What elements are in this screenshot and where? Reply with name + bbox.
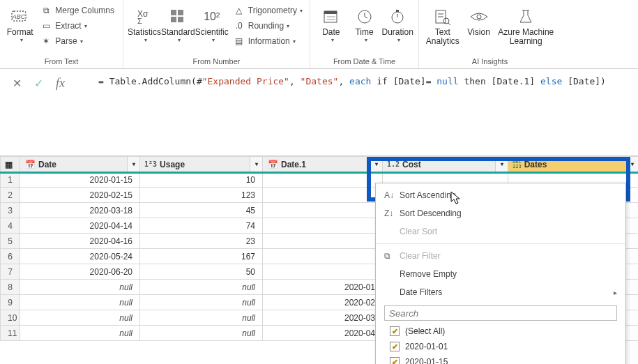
- filter-dropdown-date1[interactable]: ▾: [370, 157, 382, 172]
- group-label-from-text: From Text: [0, 56, 123, 68]
- standard-button[interactable]: Standard▾: [161, 3, 195, 43]
- cell-usage[interactable]: 50: [140, 264, 263, 280]
- column-header-dates[interactable]: ABC 123Dates▾: [508, 157, 639, 172]
- filter-search: [384, 305, 617, 321]
- scientific-button[interactable]: 10² Scientific▾: [195, 3, 229, 43]
- cell-date1[interactable]: [263, 264, 383, 280]
- group-label-from-datetime: From Date & Time: [310, 56, 418, 68]
- svg-rect-7: [178, 17, 183, 22]
- cell-date1[interactable]: 2020-02: [263, 295, 383, 310]
- filter-search-input[interactable]: [384, 305, 617, 321]
- svg-rect-6: [171, 17, 176, 22]
- cell-usage[interactable]: null: [140, 280, 263, 295]
- cell-date[interactable]: null: [20, 326, 140, 341]
- decimal-type-icon: 1.2: [387, 160, 400, 168]
- sort-descending-item[interactable]: Z↓Sort Descending: [376, 204, 625, 222]
- row-index: 1: [1, 172, 20, 188]
- date-filters-item[interactable]: Date Filters: [376, 283, 625, 301]
- sort-ascending-item[interactable]: A↓Sort Ascending: [376, 186, 625, 204]
- cell-date1[interactable]: [263, 218, 383, 234]
- cell-usage[interactable]: 74: [140, 218, 263, 234]
- cancel-formula-button[interactable]: ✕: [13, 77, 22, 90]
- date-button[interactable]: Date▾: [314, 3, 348, 43]
- vision-button[interactable]: Vision: [462, 3, 496, 37]
- filter-dropdown-cost[interactable]: ▾: [495, 157, 508, 172]
- filter-check-value[interactable]: ✔2020-01-01: [376, 339, 625, 354]
- cell-usage[interactable]: 45: [140, 203, 263, 218]
- svg-text:Σ: Σ: [137, 17, 142, 25]
- row-index: 6: [1, 249, 20, 264]
- clear-sort-item[interactable]: Clear Sort: [376, 222, 625, 241]
- calendar-type-icon: 📅: [267, 159, 278, 170]
- parse-button[interactable]: ✶Parse▾: [36, 33, 119, 49]
- dropdown-icon: ▾: [80, 38, 83, 45]
- svg-rect-16: [396, 10, 399, 12]
- cell-date1[interactable]: 2020-03: [263, 310, 383, 326]
- extract-button[interactable]: ▭Extract▾: [36, 18, 119, 33]
- cell-date[interactable]: 2020-03-18: [20, 203, 140, 218]
- time-button[interactable]: Time▾: [348, 3, 381, 43]
- cell-date1[interactable]: 2020-04: [263, 326, 383, 341]
- cell-usage[interactable]: 10: [140, 172, 263, 188]
- table-corner[interactable]: ▦: [1, 157, 20, 172]
- format-button[interactable]: ABC Format ▾: [4, 3, 36, 43]
- cell-date[interactable]: 2020-02-15: [20, 188, 140, 203]
- extract-icon: ▭: [40, 21, 52, 31]
- dropdown-icon: ▾: [20, 37, 23, 43]
- group-label-ai: AI Insights: [419, 56, 561, 68]
- cell-usage[interactable]: null: [140, 310, 263, 326]
- cell-usage[interactable]: 23: [140, 234, 263, 249]
- checkbox-icon: ✔: [390, 357, 400, 364]
- cell-usage[interactable]: 167: [140, 249, 263, 264]
- filter-check-select-all[interactable]: ✔(Select All): [376, 324, 625, 339]
- cell-date[interactable]: 2020-01-15: [20, 172, 140, 188]
- cell-date[interactable]: null: [20, 310, 140, 326]
- row-index: 11: [1, 326, 20, 341]
- merge-columns-button[interactable]: ⧉Merge Columns: [36, 3, 119, 18]
- text-analytics-button[interactable]: Text Analytics: [423, 3, 462, 46]
- svg-rect-4: [171, 10, 176, 15]
- column-header-date[interactable]: 📅Date▾: [20, 157, 140, 172]
- cell-date1[interactable]: [263, 249, 383, 264]
- clear-filter-item[interactable]: ⧉Clear Filter: [376, 247, 625, 265]
- cell-date1[interactable]: [263, 203, 383, 218]
- svg-line-22: [448, 23, 450, 25]
- cell-usage[interactable]: null: [140, 295, 263, 310]
- sort-desc-icon: Z↓: [384, 208, 400, 218]
- filter-check-value[interactable]: ✔2020-01-15: [376, 354, 625, 364]
- column-header-usage[interactable]: 1²3Usage▾: [140, 157, 263, 172]
- menu-separator: [376, 243, 625, 244]
- filter-dropdown-date[interactable]: ▾: [127, 157, 139, 172]
- information-button[interactable]: ▤Information▾: [229, 33, 307, 49]
- row-index: 4: [1, 218, 20, 234]
- cell-date[interactable]: 2020-06-20: [20, 264, 140, 280]
- rounding-button[interactable]: .0Rounding▾: [229, 18, 307, 33]
- svg-line-14: [365, 17, 367, 18]
- filter-dropdown-dates[interactable]: ▾: [625, 157, 638, 172]
- fx-icon: fx: [56, 76, 65, 91]
- statistics-button[interactable]: XσΣ Statistics▾: [128, 3, 161, 43]
- column-filter-menu: A↓Sort Ascending Z↓Sort Descending Clear…: [375, 183, 626, 364]
- remove-empty-item[interactable]: Remove Empty: [376, 265, 625, 283]
- cell-date[interactable]: null: [20, 295, 140, 310]
- accept-formula-button[interactable]: ✓: [34, 77, 43, 90]
- trigonometry-button[interactable]: △Trigonometry▾: [229, 3, 307, 18]
- filter-dropdown-usage[interactable]: ▾: [250, 157, 262, 172]
- duration-button[interactable]: Duration▾: [381, 3, 414, 43]
- cell-date[interactable]: 2020-04-14: [20, 218, 140, 234]
- svg-rect-9: [324, 11, 337, 14]
- column-header-date1[interactable]: 📅Date.1▾: [263, 157, 383, 172]
- sort-asc-icon: A↓: [384, 190, 400, 200]
- cell-date1[interactable]: 2020-01: [263, 280, 383, 295]
- cell-usage[interactable]: 123: [140, 188, 263, 203]
- azure-ml-button[interactable]: Azure Machine Learning: [495, 3, 556, 46]
- cell-date1[interactable]: [263, 188, 383, 203]
- cell-date[interactable]: 2020-04-16: [20, 234, 140, 249]
- cell-date1[interactable]: [263, 234, 383, 249]
- formula-input[interactable]: = Table.AddColumn(#"Expanded Price", "Da…: [94, 69, 610, 93]
- cell-date[interactable]: 2020-05-24: [20, 249, 140, 264]
- column-header-cost[interactable]: 1.2Cost▾: [383, 157, 508, 172]
- cell-date1[interactable]: [263, 172, 383, 188]
- cell-usage[interactable]: null: [140, 326, 263, 341]
- cell-date[interactable]: null: [20, 280, 140, 295]
